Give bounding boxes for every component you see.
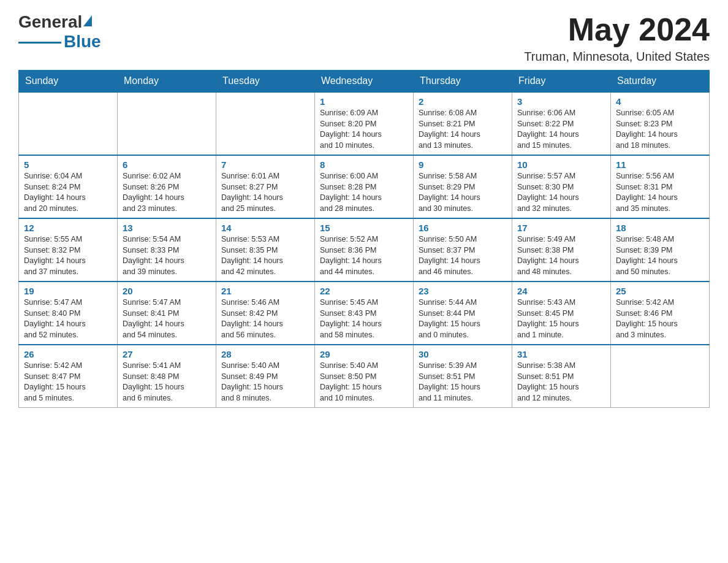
day-number: 2 [419,96,507,107]
day-number: 1 [320,96,408,107]
day-number: 29 [320,349,408,359]
calendar-cell: 22Sunrise: 5:45 AM Sunset: 8:43 PM Dayli… [315,282,414,345]
calendar-cell: 9Sunrise: 5:58 AM Sunset: 8:29 PM Daylig… [414,155,512,218]
day-info: Sunrise: 6:04 AM Sunset: 8:24 PM Dayligh… [24,171,112,214]
day-info: Sunrise: 5:56 AM Sunset: 8:31 PM Dayligh… [616,171,704,214]
day-number: 12 [24,223,112,233]
logo-blue-text: Blue [64,32,101,52]
month-title: May 2024 [524,12,710,47]
calendar-cell: 11Sunrise: 5:56 AM Sunset: 8:31 PM Dayli… [611,155,710,218]
day-number: 19 [24,286,112,296]
calendar-cell [19,92,118,155]
logo-underline [18,42,61,44]
day-number: 24 [517,286,605,296]
calendar-cell: 8Sunrise: 6:00 AM Sunset: 8:28 PM Daylig… [315,155,414,218]
calendar-cell: 16Sunrise: 5:50 AM Sunset: 8:37 PM Dayli… [414,218,512,282]
day-number: 23 [419,286,507,296]
logo: General Blue [18,12,101,52]
calendar-cell: 3Sunrise: 6:06 AM Sunset: 8:22 PM Daylig… [512,92,611,155]
title-area: May 2024 Truman, Minnesota, United State… [524,12,710,64]
calendar-cell: 2Sunrise: 6:08 AM Sunset: 8:21 PM Daylig… [414,92,512,155]
day-info: Sunrise: 5:42 AM Sunset: 8:47 PM Dayligh… [24,361,112,404]
calendar-cell: 19Sunrise: 5:47 AM Sunset: 8:40 PM Dayli… [19,282,118,345]
calendar-cell: 28Sunrise: 5:40 AM Sunset: 8:49 PM Dayli… [216,345,315,408]
calendar-cell: 10Sunrise: 5:57 AM Sunset: 8:30 PM Dayli… [512,155,611,218]
calendar-cell: 7Sunrise: 6:01 AM Sunset: 8:27 PM Daylig… [216,155,315,218]
calendar-week-row: 19Sunrise: 5:47 AM Sunset: 8:40 PM Dayli… [19,282,710,345]
day-info: Sunrise: 5:49 AM Sunset: 8:38 PM Dayligh… [517,234,605,277]
day-number: 3 [517,96,605,107]
calendar-cell [118,92,216,155]
calendar-cell: 12Sunrise: 5:55 AM Sunset: 8:32 PM Dayli… [19,218,118,282]
day-number: 30 [419,349,507,359]
day-number: 5 [24,159,112,170]
calendar-cell: 4Sunrise: 6:05 AM Sunset: 8:23 PM Daylig… [611,92,710,155]
calendar-week-row: 5Sunrise: 6:04 AM Sunset: 8:24 PM Daylig… [19,155,710,218]
calendar-cell: 24Sunrise: 5:43 AM Sunset: 8:45 PM Dayli… [512,282,611,345]
day-info: Sunrise: 5:46 AM Sunset: 8:42 PM Dayligh… [221,297,309,340]
day-info: Sunrise: 5:50 AM Sunset: 8:37 PM Dayligh… [419,234,507,277]
day-of-week-header: Sunday [19,71,118,93]
day-number: 10 [517,159,605,170]
calendar-cell: 26Sunrise: 5:42 AM Sunset: 8:47 PM Dayli… [19,345,118,408]
day-number: 20 [123,286,211,296]
logo-triangle-icon [83,15,92,26]
day-info: Sunrise: 5:44 AM Sunset: 8:44 PM Dayligh… [419,297,507,340]
day-info: Sunrise: 5:53 AM Sunset: 8:35 PM Dayligh… [221,234,309,277]
calendar-cell: 6Sunrise: 6:02 AM Sunset: 8:26 PM Daylig… [118,155,216,218]
day-info: Sunrise: 5:52 AM Sunset: 8:36 PM Dayligh… [320,234,408,277]
calendar-cell: 15Sunrise: 5:52 AM Sunset: 8:36 PM Dayli… [315,218,414,282]
calendar-cell: 1Sunrise: 6:09 AM Sunset: 8:20 PM Daylig… [315,92,414,155]
day-info: Sunrise: 5:48 AM Sunset: 8:39 PM Dayligh… [616,234,704,277]
calendar-cell: 20Sunrise: 5:47 AM Sunset: 8:41 PM Dayli… [118,282,216,345]
day-info: Sunrise: 6:01 AM Sunset: 8:27 PM Dayligh… [221,171,309,214]
day-info: Sunrise: 5:55 AM Sunset: 8:32 PM Dayligh… [24,234,112,277]
day-info: Sunrise: 6:09 AM Sunset: 8:20 PM Dayligh… [320,108,408,151]
day-of-week-header: Saturday [611,71,710,93]
day-info: Sunrise: 6:02 AM Sunset: 8:26 PM Dayligh… [123,171,211,214]
page-header: General Blue May 2024 Truman, Minnesota,… [18,12,710,64]
calendar-cell: 30Sunrise: 5:39 AM Sunset: 8:51 PM Dayli… [414,345,512,408]
calendar-table: SundayMondayTuesdayWednesdayThursdayFrid… [18,70,710,408]
day-number: 31 [517,349,605,359]
day-info: Sunrise: 6:08 AM Sunset: 8:21 PM Dayligh… [419,108,507,151]
day-number: 28 [221,349,309,359]
calendar-header-row: SundayMondayTuesdayWednesdayThursdayFrid… [19,71,710,93]
day-number: 8 [320,159,408,170]
calendar-cell: 18Sunrise: 5:48 AM Sunset: 8:39 PM Dayli… [611,218,710,282]
day-info: Sunrise: 5:57 AM Sunset: 8:30 PM Dayligh… [517,171,605,214]
day-number: 4 [616,96,704,107]
day-info: Sunrise: 6:06 AM Sunset: 8:22 PM Dayligh… [517,108,605,151]
calendar-cell: 21Sunrise: 5:46 AM Sunset: 8:42 PM Dayli… [216,282,315,345]
day-of-week-header: Friday [512,71,611,93]
calendar-cell: 27Sunrise: 5:41 AM Sunset: 8:48 PM Dayli… [118,345,216,408]
day-number: 16 [419,223,507,233]
calendar-cell: 14Sunrise: 5:53 AM Sunset: 8:35 PM Dayli… [216,218,315,282]
calendar-cell [216,92,315,155]
day-info: Sunrise: 5:54 AM Sunset: 8:33 PM Dayligh… [123,234,211,277]
day-of-week-header: Tuesday [216,71,315,93]
calendar-cell: 13Sunrise: 5:54 AM Sunset: 8:33 PM Dayli… [118,218,216,282]
day-of-week-header: Wednesday [315,71,414,93]
day-info: Sunrise: 5:40 AM Sunset: 8:49 PM Dayligh… [221,361,309,404]
logo-general-text: General [18,12,82,32]
day-info: Sunrise: 5:47 AM Sunset: 8:40 PM Dayligh… [24,297,112,340]
calendar-cell: 25Sunrise: 5:42 AM Sunset: 8:46 PM Dayli… [611,282,710,345]
day-info: Sunrise: 5:58 AM Sunset: 8:29 PM Dayligh… [419,171,507,214]
day-info: Sunrise: 6:05 AM Sunset: 8:23 PM Dayligh… [616,108,704,151]
day-info: Sunrise: 5:43 AM Sunset: 8:45 PM Dayligh… [517,297,605,340]
day-number: 6 [123,159,211,170]
calendar-week-row: 12Sunrise: 5:55 AM Sunset: 8:32 PM Dayli… [19,218,710,282]
calendar-cell: 31Sunrise: 5:38 AM Sunset: 8:51 PM Dayli… [512,345,611,408]
day-info: Sunrise: 5:39 AM Sunset: 8:51 PM Dayligh… [419,361,507,404]
location-text: Truman, Minnesota, United States [524,50,710,64]
day-info: Sunrise: 5:38 AM Sunset: 8:51 PM Dayligh… [517,361,605,404]
day-of-week-header: Monday [118,71,216,93]
day-number: 15 [320,223,408,233]
day-info: Sunrise: 5:41 AM Sunset: 8:48 PM Dayligh… [123,361,211,404]
calendar-cell: 29Sunrise: 5:40 AM Sunset: 8:50 PM Dayli… [315,345,414,408]
day-number: 18 [616,223,704,233]
day-number: 13 [123,223,211,233]
day-info: Sunrise: 5:45 AM Sunset: 8:43 PM Dayligh… [320,297,408,340]
day-number: 25 [616,286,704,296]
